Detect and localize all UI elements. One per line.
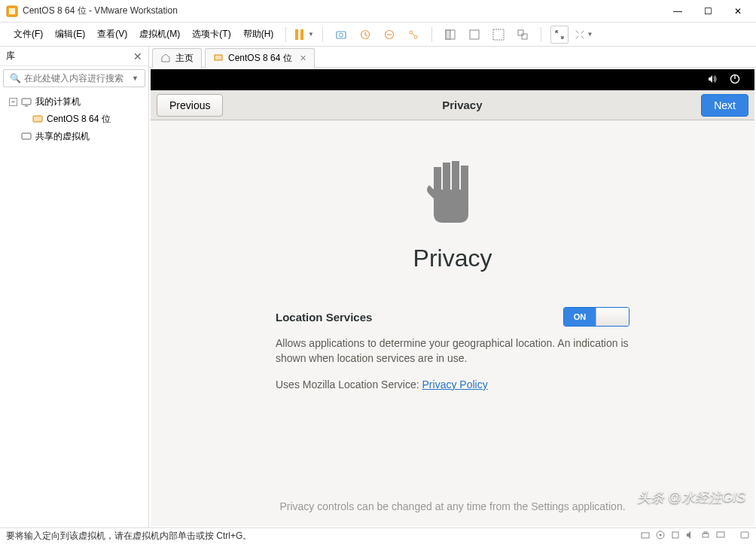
tabs-row: 主页 CentOS 8 64 位 ✕ [149, 47, 756, 68]
svg-rect-28 [704, 532, 707, 533]
privacy-policy-link[interactable]: Privacy Policy [422, 378, 488, 391]
svg-point-25 [660, 534, 662, 536]
tree-shared-vms[interactable]: 共享的虚拟机 [0, 128, 148, 145]
window-titlebar: CentOS 8 64 位 - VMware Workstation — ☐ ✕ [0, 0, 756, 23]
volume-icon[interactable] [706, 73, 718, 87]
maximize-button[interactable]: ☐ [702, 6, 714, 17]
power-icon[interactable] [729, 73, 741, 87]
tree-label: 我的计算机 [35, 96, 81, 108]
next-button[interactable]: Next [701, 94, 748, 117]
svg-point-7 [414, 35, 417, 38]
svg-rect-13 [522, 34, 527, 39]
tree-centos-vm[interactable]: CentOS 8 64 位 [0, 111, 148, 128]
separator [322, 27, 323, 42]
status-tray [640, 530, 750, 542]
vm-icon [32, 114, 44, 126]
menu-help[interactable]: 帮助(H) [239, 25, 279, 44]
svg-rect-30 [741, 532, 748, 538]
tray-sound-icon[interactable] [685, 530, 696, 542]
vm-icon [213, 53, 224, 63]
svg-rect-26 [672, 532, 678, 538]
view-console-button[interactable] [465, 26, 483, 44]
location-services-description: Allows applications to determine your ge… [276, 336, 629, 366]
stretch-button[interactable]: ▼ [575, 26, 593, 44]
content-area: 主页 CentOS 8 64 位 ✕ Previous Privacy Next [149, 47, 756, 527]
gnome-setup-window: Previous Privacy Next [151, 90, 754, 526]
tray-display-icon[interactable] [715, 530, 726, 542]
svg-rect-29 [717, 532, 724, 537]
svg-rect-17 [215, 55, 222, 60]
gnome-header-bar: Previous Privacy Next [151, 90, 754, 120]
menu-bar: 文件(F) 编辑(E) 查看(V) 虚拟机(M) 选项卡(T) 帮助(H) ▼ … [0, 23, 756, 47]
library-sidebar: 库 ✕ 🔍 ▼ − 我的计算机 CentOS 8 64 位 共享的虚拟机 [0, 47, 149, 527]
svg-rect-14 [22, 99, 31, 105]
privacy-heading: Privacy [413, 245, 492, 272]
guest-display[interactable]: Previous Privacy Next [151, 69, 754, 526]
tray-printer-icon[interactable] [700, 530, 711, 542]
switch-handle [596, 308, 629, 326]
search-icon: 🔍 [10, 73, 21, 84]
separator [285, 27, 286, 42]
svg-point-3 [340, 33, 343, 37]
location-services-switch[interactable]: ON [563, 307, 629, 327]
window-title: CentOS 8 64 位 - VMware Workstation [23, 5, 672, 17]
tray-message-icon[interactable] [739, 530, 750, 542]
close-sidebar-button[interactable]: ✕ [133, 50, 142, 62]
tree-my-computer[interactable]: − 我的计算机 [0, 93, 148, 111]
search-input[interactable] [24, 73, 132, 84]
privacy-footer-note: Privacy controls can be changed at any t… [151, 500, 754, 512]
tree-label: CentOS 8 64 位 [47, 113, 111, 126]
library-tree: − 我的计算机 CentOS 8 64 位 共享的虚拟机 [0, 90, 148, 527]
tray-cd-icon[interactable] [655, 530, 666, 542]
close-button[interactable]: ✕ [732, 6, 744, 17]
separator [431, 27, 432, 42]
svg-rect-23 [642, 533, 649, 538]
pause-button[interactable]: ▼ [295, 26, 313, 44]
status-bar: 要将输入定向到该虚拟机，请在虚拟机内部单击或按 Ctrl+G。 [0, 527, 756, 544]
tab-label: 主页 [175, 52, 194, 65]
svg-rect-20 [443, 163, 450, 191]
view-single-button[interactable] [441, 26, 459, 44]
revert-button[interactable] [356, 26, 374, 44]
snapshot-button[interactable] [332, 26, 350, 44]
shared-icon [20, 131, 32, 143]
snapshot-manager-button[interactable] [380, 26, 398, 44]
menu-edit[interactable]: 编辑(E) [50, 25, 90, 44]
menu-tabs[interactable]: 选项卡(T) [187, 25, 235, 44]
svg-rect-21 [452, 161, 459, 191]
switch-on-label: ON [564, 308, 596, 326]
svg-rect-19 [434, 167, 441, 191]
previous-button[interactable]: Previous [157, 94, 223, 117]
tab-label: CentOS 8 64 位 [228, 52, 292, 65]
svg-rect-16 [22, 133, 31, 139]
menu-view[interactable]: 查看(V) [93, 25, 132, 44]
monitor-icon [20, 96, 32, 108]
enter-fullscreen-button[interactable] [550, 26, 569, 44]
location-services-policy: Uses Mozilla Location Service: Privacy P… [276, 377, 629, 392]
tab-home[interactable]: 主页 [152, 48, 202, 68]
library-label: 库 [6, 50, 133, 62]
tray-network-icon[interactable] [670, 530, 681, 542]
close-tab-button[interactable]: ✕ [300, 53, 306, 63]
library-search[interactable]: 🔍 ▼ [3, 69, 145, 87]
hand-icon [419, 153, 486, 231]
svg-rect-2 [337, 32, 346, 38]
svg-rect-1 [9, 8, 15, 14]
menu-vm[interactable]: 虚拟机(M) [135, 25, 184, 44]
status-hint: 要将输入定向到该虚拟机，请在虚拟机内部单击或按 Ctrl+G。 [6, 530, 640, 542]
view-fullscreen-button[interactable] [489, 26, 508, 44]
expander-icon[interactable]: − [9, 98, 17, 106]
view-unity-button[interactable] [514, 26, 532, 44]
svg-rect-11 [493, 29, 504, 40]
tray-disk-icon[interactable] [640, 530, 651, 542]
tree-label: 共享的虚拟机 [35, 130, 90, 143]
svg-rect-15 [33, 116, 42, 122]
svg-point-6 [410, 31, 413, 34]
minimize-button[interactable]: — [672, 6, 684, 17]
menu-file[interactable]: 文件(F) [9, 25, 47, 44]
separator [541, 27, 541, 42]
svg-rect-27 [703, 533, 709, 537]
search-dropdown-icon[interactable]: ▼ [132, 74, 139, 82]
snapshot-tree-button[interactable] [404, 26, 422, 44]
tab-centos[interactable]: CentOS 8 64 位 ✕ [205, 48, 315, 68]
